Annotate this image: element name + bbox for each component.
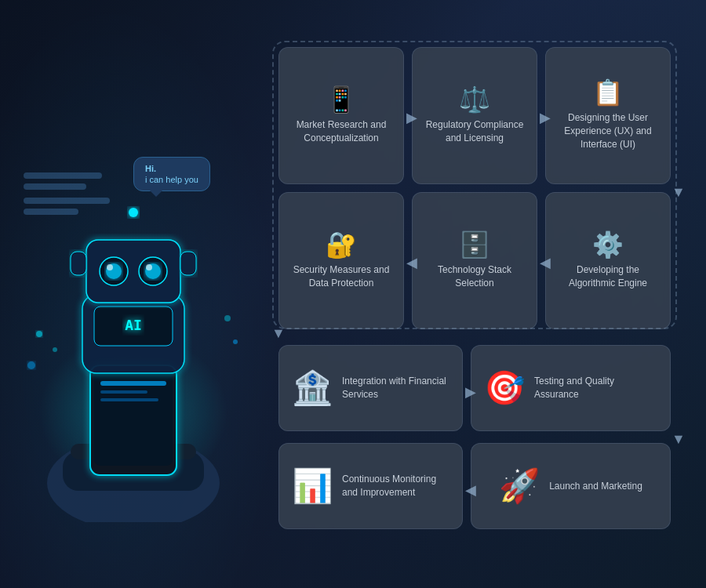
card-algorithmic-engine: ⚙️ Developing the Algorithmic Engine bbox=[545, 192, 671, 329]
speech-help: i can help you bbox=[145, 175, 198, 184]
security-label: Security Measures and Data Protection bbox=[286, 263, 397, 290]
svg-rect-21 bbox=[71, 252, 86, 275]
card-security-measures: 🔐 Security Measures and Data Protection bbox=[278, 192, 404, 329]
security-icon: 🔐 bbox=[326, 232, 357, 257]
arrow-r2-1: ◀ bbox=[537, 255, 553, 270]
svg-rect-6 bbox=[100, 381, 166, 386]
arrow-r1-2: ▶ bbox=[537, 110, 553, 125]
tech-label: Technology Stack Selection bbox=[419, 263, 530, 290]
integration-icon: 🏦 bbox=[292, 365, 333, 412]
card-ux-design: 📋 Designing the User Experience (UX) and… bbox=[545, 47, 671, 184]
card-monitoring: 📊 Continuous Monitoring and Improvement bbox=[278, 443, 463, 529]
speech-bubble: Hi. i can help you bbox=[133, 157, 210, 191]
card-regulatory-compliance: ⚖️ Regulatory Compliance and Licensing bbox=[412, 47, 537, 184]
svg-point-27 bbox=[233, 339, 238, 344]
chat-bubbles bbox=[24, 172, 110, 220]
speech-hi: Hi. bbox=[145, 164, 198, 173]
svg-rect-22 bbox=[180, 252, 196, 275]
arrow-r1-1: ▶ bbox=[404, 110, 420, 125]
regulatory-icon: ⚖️ bbox=[459, 87, 490, 112]
card-financial-integration: 🏦 Integration with Financial Services bbox=[278, 345, 463, 431]
algo-label: Developing the Algorithmic Engine bbox=[552, 263, 664, 290]
arrow-r4: ◀ bbox=[463, 482, 479, 498]
market-icon: 📱 bbox=[326, 87, 357, 112]
tech-icon: 🗄️ bbox=[459, 232, 490, 257]
regulatory-label: Regulatory Compliance and Licensing bbox=[419, 118, 530, 145]
svg-point-25 bbox=[27, 361, 35, 369]
market-label: Market Research and Conceptualization bbox=[286, 118, 397, 145]
svg-text:AI: AI bbox=[125, 317, 142, 333]
integration-label: Integration with Financial Services bbox=[342, 375, 449, 401]
arrow-down-right: ▼ bbox=[671, 184, 686, 200]
launch-label: Launch and Marketing bbox=[549, 480, 642, 493]
card-tech-stack: 🗄️ Technology Stack Selection bbox=[412, 192, 537, 329]
robot-illustration: AI bbox=[16, 193, 251, 525]
chat-line-2 bbox=[24, 183, 86, 190]
chat-line-4 bbox=[24, 209, 78, 215]
chat-line-1 bbox=[24, 172, 102, 179]
svg-point-18 bbox=[146, 264, 152, 270]
arrow-r3: ▶ bbox=[463, 384, 479, 400]
flowchart: 📱 Market Research and Conceptualization … bbox=[278, 47, 698, 557]
card-market-research: 📱 Market Research and Conceptualization bbox=[278, 47, 404, 184]
card-launch-marketing: 🚀 Launch and Marketing bbox=[471, 443, 671, 529]
svg-rect-8 bbox=[100, 398, 158, 401]
arrow-r2-2: ◀ bbox=[404, 255, 420, 270]
card-testing-qa: 🎯 Testing and Quality Assurance bbox=[471, 345, 671, 431]
algo-icon: ⚙️ bbox=[592, 232, 624, 257]
ux-label: Designing the User Experience (UX) and I… bbox=[552, 111, 664, 151]
svg-point-20 bbox=[129, 208, 138, 217]
svg-point-17 bbox=[107, 264, 113, 270]
arrow-down-right-2: ▼ bbox=[671, 431, 686, 447]
testing-icon: 🎯 bbox=[484, 365, 525, 412]
testing-label: Testing and Quality Assurance bbox=[534, 375, 657, 401]
monitoring-icon: 📊 bbox=[292, 463, 333, 510]
svg-point-24 bbox=[53, 347, 57, 352]
monitoring-label: Continuous Monitoring and Improvement bbox=[342, 473, 449, 499]
svg-point-26 bbox=[224, 315, 231, 321]
svg-rect-7 bbox=[100, 390, 147, 394]
arrow-down-left: ▼ bbox=[271, 325, 286, 341]
launch-icon: 🚀 bbox=[499, 463, 540, 510]
svg-point-23 bbox=[36, 331, 42, 337]
robot-area: Hi. i can help you bbox=[0, 0, 282, 588]
ux-icon: 📋 bbox=[592, 80, 624, 105]
chat-line-3 bbox=[24, 198, 110, 204]
